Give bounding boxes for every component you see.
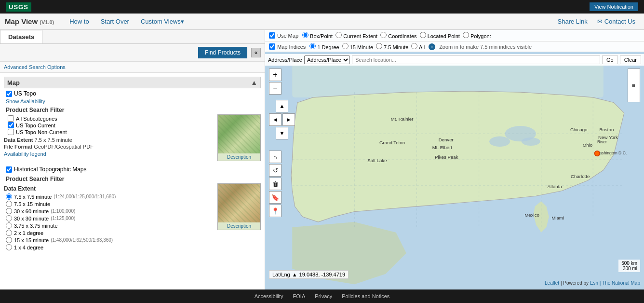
map-indices-label: Map Indices xyxy=(277,44,306,50)
historical-topo-checkbox[interactable] xyxy=(6,166,12,173)
bookmark-button[interactable]: 🔖 xyxy=(269,191,282,204)
us-topo-noncurrent-item: US Topo Non-Current xyxy=(8,129,214,135)
foia-link[interactable]: FOIA xyxy=(293,293,306,299)
15-minute-radio[interactable] xyxy=(342,43,349,49)
scale-mi: 300 mi xyxy=(621,266,637,271)
address-type-select[interactable]: Address/Place xyxy=(304,55,350,64)
go-button[interactable]: Go xyxy=(602,55,618,64)
zoom-out-button[interactable]: − xyxy=(269,82,282,95)
extent-row-1: 7.5 x 15 minute xyxy=(6,201,214,207)
collapse-panel-button[interactable]: « xyxy=(251,48,261,57)
hist-thumbnail: Description xyxy=(217,183,261,230)
us-topo-current-checkbox[interactable] xyxy=(8,122,14,128)
zoom-in-button[interactable]: + xyxy=(269,69,282,81)
nav-north-button[interactable]: ▲ xyxy=(276,100,288,112)
navbar: Map View (V1.0) How to Start Over Custom… xyxy=(0,14,644,30)
find-products-button[interactable]: Find Products xyxy=(198,47,247,58)
policies-link[interactable]: Policies and Notices xyxy=(342,293,389,299)
extent-label-1: 7.5 x 15 minute xyxy=(14,201,50,207)
refresh-button[interactable]: ↺ xyxy=(269,164,282,177)
esri-link[interactable]: Esri xyxy=(590,280,598,286)
scroll-area[interactable]: Map ▲ US Topo Show Availability Product … xyxy=(0,73,265,289)
us-topo-label: US Topo xyxy=(14,90,36,97)
historical-topo-label: Historical Topographic Maps xyxy=(14,166,87,173)
polygon-radio[interactable] xyxy=(463,32,469,38)
map-area[interactable]: Chicago Ohio River Boston New York Washi… xyxy=(265,30,644,289)
home-button[interactable]: ⌂ xyxy=(269,151,282,163)
extent-row-2: 30 x 60 minute (1:100,000) xyxy=(6,208,214,214)
current-extent-radio[interactable] xyxy=(335,32,342,38)
extent-radio-1[interactable] xyxy=(6,201,12,207)
layers-button[interactable]: ≡ xyxy=(628,69,640,102)
indices-info-icon[interactable]: i xyxy=(429,43,435,50)
tab-datasets[interactable]: Datasets xyxy=(0,30,42,43)
hist-data-extent-label: Data Extent xyxy=(4,185,214,192)
nav-south-button[interactable]: ▼ xyxy=(276,127,288,139)
us-topo-noncurrent-checkbox[interactable] xyxy=(8,129,14,135)
extent-row-0: 7.5 x 7.5 minute (1:24,000/1:25,000/1:31… xyxy=(6,193,214,200)
start-over-link[interactable]: Start Over xyxy=(95,14,135,30)
coordinates-bar: Lat/Lng ▲ 19.0488, -139.4719 xyxy=(269,270,349,279)
use-map-label: Use Map xyxy=(277,33,298,39)
svg-text:Denver: Denver xyxy=(439,137,454,142)
svg-text:Mt. Rainier: Mt. Rainier xyxy=(391,116,414,122)
privacy-link[interactable]: Privacy xyxy=(315,293,332,299)
view-notification-button[interactable]: View Notification xyxy=(590,2,638,11)
share-link[interactable]: Share Link xyxy=(552,18,593,25)
us-topo-thumbnail: Description xyxy=(217,114,261,161)
layers-icon: ≡ xyxy=(631,84,637,87)
description-link[interactable]: Description xyxy=(226,153,252,161)
trash-button[interactable]: 🗑 xyxy=(269,178,282,190)
file-format-row: File Format GeoPDF/Geospatial PDF xyxy=(4,144,214,150)
show-availability-link[interactable]: Show Availability xyxy=(4,98,45,104)
accessibility-link[interactable]: Accessibility xyxy=(255,293,283,299)
7-5-minute-radio[interactable] xyxy=(376,43,382,49)
us-topo-checkbox[interactable] xyxy=(6,91,12,97)
leaflet-link[interactable]: Leaflet xyxy=(545,280,559,286)
svg-text:Grand Teton: Grand Teton xyxy=(379,140,405,145)
map-top-row: Use Map Box/Point Current Extent Coordin… xyxy=(265,30,644,41)
all-radio[interactable] xyxy=(411,43,417,49)
search-input[interactable] xyxy=(352,55,600,64)
extent-radio-7[interactable] xyxy=(6,244,12,250)
all-subcategories-checkbox[interactable] xyxy=(8,115,14,122)
svg-text:River: River xyxy=(597,139,607,144)
1-degree-radio[interactable] xyxy=(309,43,316,49)
extent-radio-2[interactable] xyxy=(6,208,12,214)
located-point-radio[interactable] xyxy=(420,32,426,38)
extent-radio-0[interactable] xyxy=(6,193,12,200)
all-label: All xyxy=(411,43,425,50)
hist-description-link[interactable]: Description xyxy=(226,222,252,230)
nav-west-button[interactable]: ◄ xyxy=(269,113,282,126)
extent-radio-5[interactable] xyxy=(6,230,12,236)
how-to-link[interactable]: How to xyxy=(64,14,94,30)
extent-row-3: 30 x 30 minute (1:125,000) xyxy=(6,215,214,221)
historical-topo-row: Historical Topographic Maps xyxy=(4,165,261,174)
extent-radio-3[interactable] xyxy=(6,215,12,221)
us-topo-row: US Topo xyxy=(4,89,261,98)
advanced-search-link[interactable]: Advanced Search Options xyxy=(4,64,66,70)
search-bar: Find Products « xyxy=(0,44,265,62)
use-map-checkbox[interactable] xyxy=(269,32,275,39)
mail-icon: ✉ xyxy=(597,18,603,25)
national-map-link[interactable]: | The National Map xyxy=(600,280,640,286)
map-indices-checkbox[interactable] xyxy=(269,43,275,50)
map-section-header[interactable]: Map ▲ xyxy=(4,77,261,88)
latlng-arrow-icon: ▲ xyxy=(292,272,297,277)
contact-us-link[interactable]: ✉ Contact Us xyxy=(593,18,639,25)
box-point-radio[interactable] xyxy=(302,32,309,38)
coordinates-radio[interactable] xyxy=(380,32,387,38)
main-content: Datasets Find Products « Advanced Search… xyxy=(0,30,644,289)
scale-bar: 500 km 300 mi xyxy=(618,260,640,272)
map-indices-ctrl: Map Indices xyxy=(269,43,306,50)
availability-legend-link[interactable]: Availability legend xyxy=(4,151,46,157)
tabs-bar: Datasets xyxy=(0,30,265,44)
nav-east-button[interactable]: ► xyxy=(282,113,295,126)
svg-text:Ohio: Ohio xyxy=(583,142,592,148)
extent-radio-6[interactable] xyxy=(6,237,12,243)
clear-button[interactable]: Clear xyxy=(620,55,641,64)
pin-button[interactable]: 📍 xyxy=(269,205,282,217)
polygon-label: Polygon: xyxy=(463,32,491,39)
custom-views-link[interactable]: Custom Views ▾ xyxy=(135,14,190,30)
extent-radio-4[interactable] xyxy=(6,222,12,229)
